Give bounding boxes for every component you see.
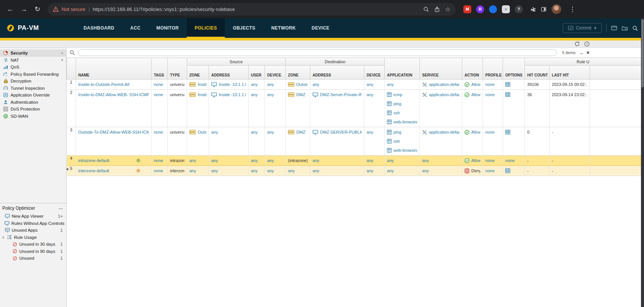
- col-profile[interactable]: PROFILE: [483, 58, 503, 79]
- optimizer-item-new-app-viewer[interactable]: New App Viewer1+: [0, 213, 66, 220]
- sidebar-item-dos-protection[interactable]: DoS Protection: [0, 106, 66, 113]
- sidebar-item-nat[interactable]: NAT: [0, 57, 66, 64]
- cell-text[interactable]: ssh: [393, 139, 400, 143]
- sidebar-item-policy-based-forwarding[interactable]: Policy Based Forwarding: [0, 71, 66, 78]
- cell-text[interactable]: any: [189, 158, 196, 163]
- tab-network[interactable]: NETWORK: [263, 18, 304, 38]
- col-application[interactable]: APPLICATION: [385, 58, 420, 79]
- cell-text[interactable]: any: [211, 130, 218, 134]
- sidebar-item-sd-wan[interactable]: SD-WAN: [0, 113, 66, 120]
- cell-text[interactable]: any: [211, 168, 218, 173]
- col-last-hit[interactable]: LAST HIT: [550, 65, 590, 79]
- col-source-address[interactable]: ADDRESS: [209, 65, 249, 79]
- tab-policies[interactable]: POLICIES: [187, 18, 225, 38]
- browser-menu-icon[interactable]: ⋮: [566, 5, 579, 13]
- cell-text[interactable]: DMZ: [296, 92, 305, 97]
- notes-extension-extension-icon[interactable]: ≡: [502, 5, 510, 13]
- options-table-icon[interactable]: [505, 82, 510, 87]
- cell-text[interactable]: none: [485, 158, 494, 163]
- commit-button[interactable]: Commit ▾: [563, 23, 602, 33]
- cell-text[interactable]: any: [267, 82, 274, 87]
- cell-text[interactable]: any: [387, 82, 394, 87]
- cell-text[interactable]: DMZ-Server-Private-IP: [320, 92, 362, 97]
- address-bar[interactable]: Not secure | https://192.168.86.11/?#pol…: [48, 3, 456, 16]
- rule-name-link[interactable]: interzone-default: [78, 168, 109, 173]
- options-table-icon[interactable]: [505, 92, 510, 97]
- cell-text[interactable]: application-default: [429, 92, 460, 97]
- cell-text[interactable]: Allow: [471, 158, 480, 163]
- cell-text[interactable]: any: [288, 168, 295, 173]
- cell-text[interactable]: Inside -10.1.1.0: [219, 92, 246, 97]
- cell-text[interactable]: any: [251, 92, 258, 97]
- cell-text[interactable]: application-default: [429, 82, 460, 87]
- cell-text[interactable]: DMZ: [296, 130, 305, 134]
- cell-text[interactable]: none: [154, 168, 163, 173]
- cell-text[interactable]: any: [387, 168, 394, 173]
- options-table-icon[interactable]: [505, 130, 510, 134]
- optimizer-item-unused-in-30-days[interactable]: Unused in 30 days1: [0, 241, 66, 248]
- back-icon[interactable]: ←: [4, 3, 17, 16]
- optimizer-item-unused[interactable]: Unused1: [0, 255, 66, 262]
- sidebar-item-security[interactable]: Security: [0, 50, 66, 57]
- scrollbar-thumb[interactable]: [641, 19, 644, 87]
- cell-text[interactable]: any: [251, 168, 258, 173]
- cell-text[interactable]: application-default: [429, 130, 460, 134]
- tab-acc[interactable]: ACC: [122, 18, 149, 38]
- blue-extension-extension-icon[interactable]: [489, 5, 497, 13]
- config-folder-icon[interactable]: [622, 26, 628, 31]
- cell-text[interactable]: any: [313, 158, 319, 163]
- cell-text[interactable]: none: [485, 130, 494, 134]
- cell-text[interactable]: any: [367, 130, 373, 134]
- cell-text[interactable]: none: [505, 158, 514, 163]
- cell-text[interactable]: any: [251, 82, 258, 87]
- r-extension-extension-icon[interactable]: R: [476, 5, 484, 13]
- col-options[interactable]: OPTIONS: [503, 58, 525, 79]
- profile-avatar[interactable]: [551, 4, 561, 14]
- cell-text[interactable]: web-browsing: [393, 148, 417, 153]
- cell-text[interactable]: any: [313, 168, 319, 173]
- optimizer-item-rule-usage[interactable]: ∨Rule Usage: [0, 234, 66, 241]
- sidebar-item-qos[interactable]: QoS: [0, 64, 66, 71]
- zoom-icon[interactable]: [423, 6, 429, 12]
- cell-text[interactable]: any: [367, 158, 373, 163]
- cell-text[interactable]: none: [485, 82, 494, 87]
- sidebar-item-application-override[interactable]: Application Override: [0, 92, 66, 99]
- puzzle-icon[interactable]: [530, 6, 536, 12]
- cell-text[interactable]: none: [154, 82, 163, 87]
- cell-text[interactable]: ssh: [393, 111, 400, 115]
- cell-text[interactable]: DMZ-SERVER-PUBLIC-IP: [320, 130, 362, 134]
- col-type[interactable]: TYPE: [168, 58, 187, 79]
- cell-text[interactable]: any: [267, 130, 274, 134]
- sidebar-item-authentication[interactable]: Authentication: [0, 99, 66, 106]
- cell-text[interactable]: any: [422, 158, 429, 163]
- gear-icon[interactable]: [136, 158, 141, 163]
- global-find-icon[interactable]: [632, 25, 638, 31]
- filter-input[interactable]: [78, 49, 557, 56]
- tab-objects[interactable]: OBJECTS: [225, 18, 263, 38]
- cell-text[interactable]: any: [387, 158, 394, 163]
- help-icon[interactable]: ?: [584, 41, 590, 47]
- col-user[interactable]: USER: [249, 65, 265, 79]
- col-source-zone[interactable]: ZONE: [187, 65, 209, 79]
- col-dest-address[interactable]: ADDRESS: [310, 65, 364, 79]
- tab-dashboard[interactable]: DASHBOARD: [76, 18, 122, 38]
- config-status-icon[interactable]: [611, 25, 617, 31]
- col-action[interactable]: ACTION: [462, 58, 483, 79]
- col-name[interactable]: NAME: [76, 58, 152, 79]
- gmail-extension-icon[interactable]: M: [463, 5, 471, 13]
- cell-text[interactable]: ping: [393, 130, 401, 134]
- col-dest-device[interactable]: DEVICE: [364, 65, 385, 79]
- tab-monitor[interactable]: MONITOR: [149, 18, 187, 38]
- col-service[interactable]: SERVICE: [420, 58, 462, 79]
- cell-text[interactable]: Allow: [471, 82, 480, 87]
- col-source-device[interactable]: DEVICE: [265, 65, 286, 79]
- forward-icon[interactable]: →: [17, 3, 30, 16]
- cell-text[interactable]: Inside -10.1.1.0: [219, 82, 246, 87]
- cell-text[interactable]: any: [367, 92, 373, 97]
- sidebar-item-tunnel-inspection[interactable]: Tunnel Inspection: [0, 85, 66, 92]
- cell-text[interactable]: Outside: [296, 82, 308, 87]
- rule-name-link[interactable]: Outside-To-DMZ-Allow-WEB-SSH-ICMP: [78, 130, 149, 134]
- refresh-icon[interactable]: [574, 41, 580, 47]
- cell-text[interactable]: none: [154, 130, 163, 134]
- optimizer-item-rules-without-app-controls[interactable]: Rules Without App Controls1: [0, 220, 66, 227]
